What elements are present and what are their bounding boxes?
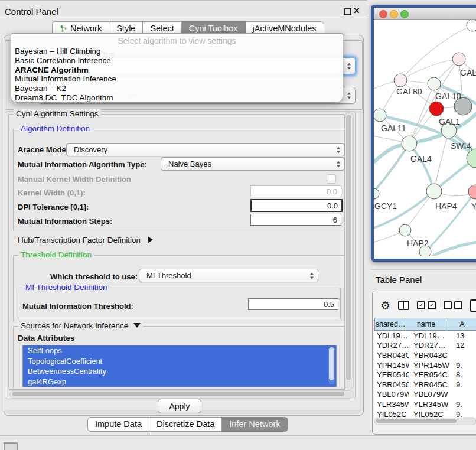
dropdown-item[interactable]: Mutual Information Inference — [15, 74, 339, 84]
dropdown-item-aracne[interactable]: ARACNE Algorithm — [15, 66, 339, 75]
node-hap2[interactable] — [399, 224, 411, 236]
zoom-traffic-light-icon[interactable] — [400, 10, 409, 18]
combo-arrows-icon — [337, 146, 340, 153]
unchecked-checkbox-icon[interactable] — [444, 301, 452, 309]
table-row[interactable]: YPR145WYPR145W9. — [374, 360, 476, 370]
list-scrollbar[interactable] — [328, 347, 335, 384]
table-panel-title: Table Panel — [376, 275, 422, 285]
combo-arrows-icon — [347, 92, 351, 99]
table-header-row: shared… name A — [374, 318, 476, 331]
kernel-width-field[interactable]: 0.0 — [250, 185, 341, 197]
node-table: shared… name A YDL19…YDL19…13 YDR27…YDR2… — [374, 318, 476, 417]
algorithm-definition-title: Algorithm Definition — [18, 124, 92, 133]
network-icon — [60, 25, 67, 32]
collapse-arrow-right-icon — [148, 236, 153, 243]
network-window[interactable]: GAL GAL80 GAL10 GAL1 SWI4 GAL11 GAL4 GCY… — [371, 5, 476, 262]
list-item[interactable]: TopologicalCoefficient — [23, 356, 336, 367]
network-canvas[interactable]: GAL GAL80 GAL10 GAL1 SWI4 GAL11 GAL4 GCY… — [374, 20, 476, 256]
dpi-tolerance-label: DPI Tolerance [0,1]: — [18, 203, 89, 211]
table-row[interactable]: YLR345WYLR345W9. — [374, 399, 476, 409]
close-traffic-light-icon[interactable] — [379, 10, 387, 18]
deselect-all-checkboxes[interactable] — [444, 301, 462, 309]
table-row[interactable]: YDR27…YDR27…12 — [374, 341, 476, 351]
dropdown-item[interactable]: Bayesian – K2 — [15, 84, 339, 93]
node-gal-partial[interactable] — [452, 53, 465, 66]
mi-threshold-label: Mutual Information Threshold: — [22, 302, 133, 311]
apply-button[interactable]: Apply — [158, 399, 201, 413]
columns-icon[interactable] — [398, 301, 409, 310]
minimize-traffic-light-icon[interactable] — [390, 10, 398, 18]
mi-type-label: Mutual Information Algorithm Type: — [18, 160, 147, 169]
sources-title[interactable]: Sources for Network Inference — [18, 321, 143, 330]
float-window-icon[interactable] — [344, 8, 351, 15]
hub-definition-toggle[interactable]: Hub/Transcription Factor Definition — [18, 236, 153, 244]
node-label: GAL11 — [381, 123, 406, 133]
node-label: GAL1 — [439, 117, 460, 126]
tab-network-label: Network — [70, 24, 102, 33]
screen: Control Panel ✕ Network Style Select Cyn… — [0, 0, 476, 450]
tab-impute-data[interactable]: Impute Data — [87, 417, 149, 432]
list-item[interactable]: BetweennessCentrality — [23, 366, 336, 377]
table-row[interactable]: YDL19…YDL19…13 — [374, 331, 476, 341]
node-gcy1[interactable] — [374, 188, 379, 199]
cyni-bottom-tabs: Impute Data Discretize Data Infer Networ… — [87, 417, 288, 432]
combo-arrows-icon — [347, 63, 351, 69]
table-row[interactable]: YBR045CYBR045C9. — [374, 380, 476, 390]
settings-horizontal-scrollbar[interactable] — [9, 390, 354, 399]
column-header[interactable]: name — [406, 318, 446, 331]
data-attributes-list: SelfLoops TopologicalCoefficient Between… — [22, 345, 337, 387]
scrollbar-thumb[interactable] — [346, 115, 351, 380]
mi-threshold-field[interactable]: 0.5 — [248, 298, 338, 310]
scrollbar-thumb[interactable] — [376, 419, 457, 423]
node-label: HAP2 — [407, 239, 429, 248]
node-label: GAL10 — [435, 92, 461, 101]
list-item[interactable]: SelfLoops — [23, 345, 336, 356]
collapse-arrow-down-icon — [133, 323, 141, 328]
table-row[interactable]: YER054CYER054C8. — [374, 370, 476, 380]
node-gal11[interactable] — [374, 109, 386, 122]
dropdown-item[interactable]: Bayesian – Hill Climbing — [15, 47, 339, 56]
column-header[interactable]: A — [446, 318, 476, 331]
node-gal1[interactable] — [429, 102, 444, 116]
aracne-mode-label: Aracne Mode: — [18, 145, 69, 154]
column-header[interactable]: shared… — [374, 318, 406, 331]
list-item[interactable]: gal4RGexp — [23, 377, 336, 387]
tab-discretize-data[interactable]: Discretize Data — [149, 417, 222, 432]
checked-checkbox-icon[interactable]: ✓ — [428, 301, 436, 309]
mi-steps-field[interactable]: 6 — [250, 214, 341, 226]
node-label: GCY1 — [374, 201, 397, 211]
mi-steps-label: Mutual Information Steps: — [18, 217, 112, 226]
node-label: HAP4 — [435, 201, 457, 211]
node-gal80[interactable] — [394, 74, 407, 87]
dock-panel-icon[interactable] — [4, 442, 18, 450]
select-all-checkboxes[interactable]: ✓ ✓ — [417, 301, 436, 309]
node-hap4[interactable] — [426, 184, 442, 199]
network-graph[interactable]: GAL GAL80 GAL10 GAL1 SWI4 GAL11 GAL4 GCY… — [374, 20, 476, 256]
node-gal10[interactable] — [428, 77, 441, 90]
dropdown-list: Bayesian – Hill Climbing Basic Correlati… — [15, 47, 339, 103]
dropdown-item[interactable]: Dream8 DC_TDC Algorithm — [15, 93, 339, 103]
table-horizontal-scrollbar[interactable] — [374, 418, 476, 425]
table-row[interactable]: YBR043CYBR043C — [374, 350, 476, 360]
table-row[interactable]: YIL052CYIL052C9. — [374, 409, 476, 417]
mi-type-combobox[interactable]: Naive Bayes — [161, 157, 345, 171]
node-gal4[interactable] — [402, 136, 417, 151]
new-table-icon[interactable] — [470, 299, 476, 312]
manual-kernel-checkbox[interactable] — [327, 174, 336, 184]
node-partial-top[interactable] — [467, 20, 476, 31]
checked-checkbox-icon[interactable]: ✓ — [417, 301, 425, 309]
scrollbar-thumb[interactable] — [12, 392, 344, 396]
mi-threshold-title: MI Threshold Definition — [23, 283, 110, 292]
which-threshold-combobox[interactable]: MI Threshold — [139, 269, 318, 282]
tab-infer-network[interactable]: Infer Network — [222, 417, 288, 432]
node-salmon[interactable] — [468, 185, 476, 199]
dpi-tolerance-field[interactable]: 0.0 — [250, 199, 343, 212]
table-row[interactable]: YBL079WYBL079W — [374, 390, 476, 400]
dropdown-item[interactable]: Basic Correlation Inference — [15, 56, 339, 66]
unchecked-checkbox-icon[interactable] — [454, 301, 462, 309]
aracne-mode-combobox[interactable]: Discovery — [66, 143, 345, 156]
close-icon[interactable]: ✕ — [353, 6, 360, 15]
settings-vertical-scrollbar[interactable] — [345, 112, 354, 390]
gear-icon[interactable]: ⚙ — [380, 300, 390, 311]
network-window-titlebar[interactable] — [374, 8, 476, 20]
